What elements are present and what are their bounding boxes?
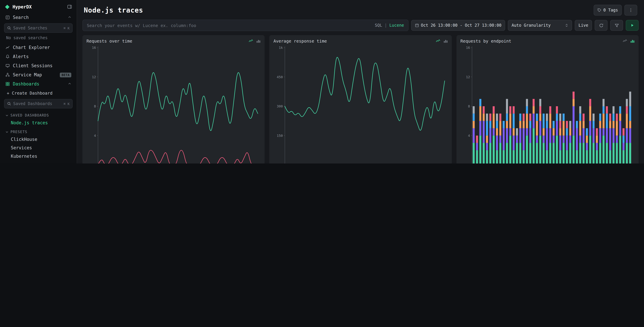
kebab-menu-icon: ⋮ — [629, 8, 633, 12]
svg-text:150: 150 — [277, 134, 283, 138]
panel-title: Requests by endpoint — [460, 38, 511, 44]
panel-requests-over-time: Requests over time 0481216Oct 26 1:00:00… — [82, 35, 265, 164]
run-query-button[interactable] — [626, 20, 638, 31]
sidebar-item-alerts[interactable]: Alerts — [4, 52, 73, 61]
filter-button[interactable] — [610, 20, 623, 31]
bar-view-icon[interactable] — [256, 39, 261, 43]
chevron-up-icon — [68, 82, 71, 86]
sidebar-item-chart-explorer[interactable]: Chart Explorer — [4, 43, 73, 52]
sidebar-item-label: Client Sessions — [13, 63, 52, 68]
service-map-icon — [6, 73, 10, 77]
collapse-sidebar-icon[interactable] — [67, 4, 72, 9]
tag-icon — [597, 8, 601, 12]
live-button-label: Live — [578, 23, 588, 28]
event-search-input[interactable] — [87, 23, 372, 28]
chart-canvas[interactable]: 0481216Oct 26 1:00:00 PM11:00:00 PM12:30… — [460, 44, 634, 161]
sidebar-item-service-map[interactable]: Service Map BETA — [4, 70, 73, 80]
panel-title: Requests over time — [86, 38, 132, 44]
svg-text:1k: 1k — [279, 46, 283, 50]
sidebar-item-label: Alerts — [13, 54, 29, 59]
line-view-icon[interactable] — [436, 39, 440, 43]
sidebar-item-client-sessions[interactable]: Client Sessions — [4, 61, 73, 70]
refresh-icon — [599, 23, 603, 28]
page-header: Node.js traces 0 Tags ⋮ — [82, 0, 638, 19]
preset-item-services[interactable]: Services — [4, 144, 73, 152]
dashboard-item-nodejs-traces[interactable]: Node.js traces — [4, 118, 73, 127]
create-dashboard-button[interactable]: + Create Dashboard — [4, 88, 73, 98]
query-toolbar: SQL | Lucene Oct 26 13:00:00 - Oct 27 13… — [82, 19, 638, 35]
chart-canvas[interactable]: 01503004501kOct 26 1:00:00 PM11:30:00 PM… — [274, 44, 448, 164]
legend-label: POST /api/users — [598, 163, 632, 164]
legend-item[interactable]: GET /api/users — [549, 163, 587, 164]
chart-canvas[interactable]: 0481216Oct 26 1:00:00 PM11:30:00 PM12:30… — [86, 44, 261, 164]
toggle-separator: | — [384, 23, 387, 28]
lucene-toggle[interactable]: Lucene — [390, 23, 404, 28]
bar-view-icon[interactable] — [443, 39, 448, 43]
hyperdx-logo-icon — [5, 4, 10, 9]
refresh-button[interactable] — [595, 20, 608, 31]
legend-label: DELETE /api/cart — [468, 163, 504, 164]
beta-badge: BETA — [60, 72, 71, 77]
legend-item[interactable]: GET /api/cart — [508, 163, 544, 164]
chart-explorer-icon — [6, 45, 10, 50]
play-icon — [630, 23, 634, 27]
filter-icon — [614, 23, 619, 28]
preset-item-clickhouse[interactable]: ClickHouse — [4, 135, 73, 144]
main-content: Node.js traces 0 Tags ⋮ SQL | — [77, 0, 644, 164]
svg-text:4: 4 — [94, 134, 96, 138]
svg-text:4: 4 — [468, 134, 470, 138]
live-button[interactable]: Live — [575, 20, 592, 31]
legend-item[interactable]: POST /api/users — [592, 163, 632, 164]
section-label-text: SAVED DASHBOARDS — [10, 113, 49, 117]
panel-requests-by-endpoint: Requests by endpoint 0481216Oct 26 1:00:… — [456, 35, 638, 164]
saved-searches-input[interactable] — [13, 26, 62, 30]
sidebar-item-label: Search — [13, 15, 29, 20]
line-view-icon[interactable] — [623, 39, 627, 43]
presets-section-header[interactable]: PRESETS — [4, 127, 73, 135]
sidebar-item-dashboards[interactable]: Dashboards — [4, 80, 73, 88]
svg-text:12: 12 — [92, 75, 96, 79]
header-actions: 0 Tags ⋮ — [594, 5, 637, 16]
no-saved-searches-text: No saved searches — [4, 35, 73, 43]
legend-label: GET /api/users — [556, 163, 587, 164]
select-chevrons-icon — [565, 23, 568, 27]
more-menu-button[interactable]: ⋮ — [624, 5, 637, 16]
svg-text:0: 0 — [281, 163, 283, 164]
svg-text:16: 16 — [92, 46, 96, 50]
search-icon — [7, 26, 11, 30]
saved-dashboards-input[interactable] — [13, 101, 62, 106]
svg-text:450: 450 — [277, 75, 283, 79]
saved-searches-box[interactable]: ⌘ K — [4, 23, 73, 33]
sidebar-item-label: Dashboards — [13, 82, 39, 86]
date-range-picker[interactable]: Oct 26 13:00:00 - Oct 27 13:00:00 — [411, 20, 505, 31]
svg-text:0: 0 — [94, 163, 96, 164]
page-title: Node.js traces — [84, 6, 143, 14]
granularity-select[interactable]: Auto Granularity — [508, 20, 572, 31]
chevron-up-icon — [68, 15, 71, 20]
sidebar-header: HyperDX — [4, 4, 73, 13]
chevron-down-icon — [6, 130, 8, 133]
saved-dashboards-box[interactable]: ⌘ K — [4, 99, 73, 108]
preset-item-kubernetes[interactable]: Kubernetes — [4, 152, 73, 160]
shortcut-hint: ⌘ K — [64, 102, 70, 106]
svg-text:300: 300 — [277, 104, 283, 108]
event-search-box[interactable]: SQL | Lucene — [82, 20, 408, 31]
sidebar-item-label: Chart Explorer — [13, 45, 50, 50]
monitor-icon — [6, 64, 10, 68]
shortcut-hint: ⌘ K — [64, 26, 70, 30]
panel-title: Average response time — [274, 38, 327, 44]
saved-dashboards-section-header[interactable]: SAVED DASHBOARDS — [4, 110, 73, 118]
chevron-down-icon — [6, 114, 8, 117]
legend-item[interactable]: DELETE /api/cart — [461, 163, 504, 164]
panel-average-response-time: Average response time 01503004501kOct 26… — [270, 35, 452, 164]
sidebar-item-label: Service Map — [13, 72, 42, 77]
sql-toggle[interactable]: SQL — [375, 23, 382, 28]
line-view-icon[interactable] — [249, 39, 253, 43]
date-range-label: Oct 26 13:00:00 - Oct 27 13:00:00 — [421, 23, 502, 28]
tags-button[interactable]: 0 Tags — [594, 5, 622, 16]
section-label-text: PRESETS — [10, 130, 27, 134]
bar-view-icon[interactable] — [630, 39, 634, 43]
tags-button-label: 0 Tags — [603, 8, 618, 12]
chart-legend: DELETE /api/cartGET /api/cartGET /api/us… — [460, 161, 634, 164]
sidebar-item-search[interactable]: Search — [4, 13, 73, 22]
